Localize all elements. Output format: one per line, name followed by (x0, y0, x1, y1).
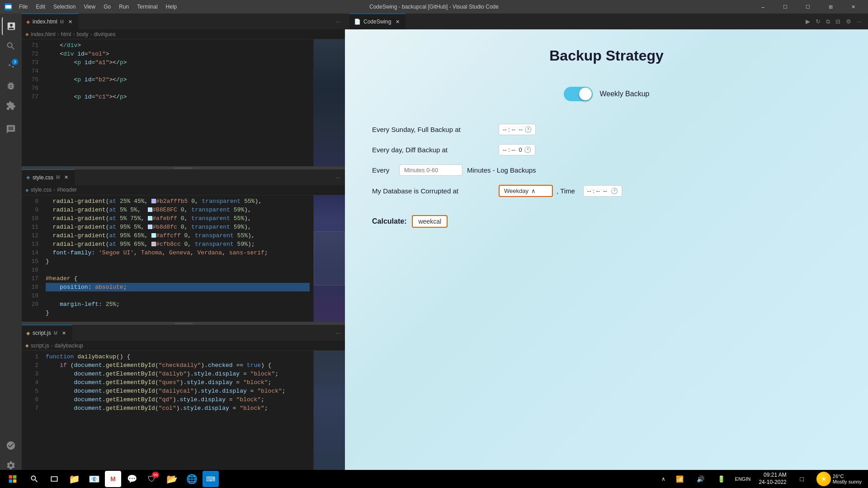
cs-time-daily-val: -- : -- 0 (503, 146, 522, 153)
breadcrumb-style: ◈ style.css › #header (22, 185, 345, 195)
cs-settings-btn[interactable]: ⚙ (844, 17, 853, 26)
taskbar-search[interactable] (25, 470, 43, 488)
lang-indicator[interactable]: ENG IN (733, 470, 753, 488)
taskbar-right: ∧ 📶 🔊 🔋 ENG IN 09:21 AM 24-10-2022 □ ☀ 2… (659, 470, 864, 488)
grid-button[interactable]: ⊞ (820, 0, 841, 14)
tab-more-index[interactable]: ··· (331, 18, 345, 25)
code-content-style[interactable]: radial-gradient(at 25% 45%, #b2afffb5 0,… (42, 195, 313, 322)
tab-script-name: script.js (33, 330, 51, 336)
breadcrumb-html[interactable]: html (61, 31, 71, 38)
weather-icon: ☀ (816, 472, 831, 486)
cs-more-btn[interactable]: ··· (855, 17, 863, 26)
cs-time-sunday[interactable]: -- : -- -- 🕐 (499, 124, 536, 135)
menu-edit[interactable]: Edit (32, 3, 49, 11)
tab-more-style[interactable]: ··· (331, 174, 345, 181)
cs-clock-icon-sunday: 🕐 (524, 126, 532, 133)
taskbar-task-view[interactable] (45, 470, 63, 488)
breadcrumb-script-fn[interactable]: dailybackup (55, 343, 83, 349)
cs-split-btn[interactable]: ⧉ (824, 17, 832, 26)
menu-run[interactable]: Run (115, 3, 132, 11)
cs-console-btn[interactable]: ⊟ (834, 17, 842, 26)
tray-network[interactable]: 📶 (671, 470, 689, 488)
close-button close-icon[interactable]: ✕ (843, 0, 863, 14)
cs-chevron-up-icon: ∧ (531, 188, 536, 194)
editor-area: ◈ index.html M ✕ ··· ◈ index.html › html… (22, 14, 345, 478)
tray-volume[interactable]: 🔊 (692, 470, 710, 488)
taskbar-files[interactable]: 📁 (65, 470, 83, 488)
cs-run-btn[interactable]: ▶ (804, 17, 812, 26)
cs-minutes-input[interactable] (399, 164, 462, 176)
cs-row-minutes: Every Minutes - Log Backups (372, 164, 841, 176)
activity-account[interactable] (2, 436, 20, 455)
activity-extensions[interactable] (2, 97, 20, 115)
breadcrumb-divques[interactable]: div#ques (94, 31, 115, 38)
taskbar-mail[interactable]: 📧 (85, 470, 103, 488)
breadcrumb-index-file[interactable]: index.html (31, 31, 56, 38)
activity-notes[interactable] (2, 120, 20, 138)
minimap-viewport-style (314, 231, 345, 286)
cs-time-daily[interactable]: -- : -- 0 🕐 (499, 144, 535, 155)
tab-index-modified: M (60, 19, 64, 24)
activity-search[interactable] (2, 37, 20, 55)
activity-debug[interactable] (2, 77, 20, 95)
breadcrumb-script: ◈ script.js › dailybackup (22, 341, 345, 351)
tab-index-close[interactable]: ✕ (66, 18, 74, 25)
cs-time-corrupted[interactable]: -- : -- -- 🕐 (583, 185, 622, 197)
breadcrumb-body[interactable]: body (76, 31, 88, 38)
cs-weekday-value: Weekday (504, 188, 528, 194)
cs-refresh-btn[interactable]: ↻ (814, 17, 822, 26)
tab-index-html[interactable]: ◈ index.html M ✕ (22, 14, 79, 29)
menu-go[interactable]: Go (100, 3, 114, 11)
codeswing-header: 📄 CodeSwing ✕ ▶ ↻ ⧉ ⊟ ⚙ ··· (345, 14, 868, 29)
menu-file[interactable]: File (15, 3, 31, 11)
tray-chevron[interactable]: ∧ (659, 470, 668, 488)
tab-index-name: index.html (33, 19, 57, 25)
menu-selection[interactable]: Selection (50, 3, 79, 11)
weather-widget[interactable]: ☀ 26°C Mostly sunny (814, 470, 864, 488)
taskbar-clock[interactable]: 09:21 AM 24-10-2022 (755, 472, 790, 486)
cs-weekday-select[interactable]: Weekday ∧ (499, 185, 553, 197)
menu-help[interactable]: Help (162, 3, 181, 11)
maximize-button[interactable]: ☐ (797, 0, 818, 14)
taskbar-lang: ENG IN (733, 470, 753, 488)
breadcrumb-style-file[interactable]: style.css (31, 187, 52, 193)
restore-button[interactable]: ☐ (775, 0, 796, 14)
minimize-button[interactable]: ‒ (752, 0, 773, 14)
tab-script-js[interactable]: ◈ script.js M ✕ (22, 325, 72, 341)
codeswing-tab[interactable]: 📄 CodeSwing ✕ (349, 14, 406, 29)
tab-style-modified: M (56, 175, 60, 180)
taskbar-whatsapp[interactable]: 💬 (123, 470, 141, 488)
taskbar-gmail[interactable]: M (105, 471, 121, 487)
menu-terminal[interactable]: Terminal (133, 3, 161, 11)
tab-more-script[interactable]: ··· (331, 329, 345, 336)
code-content-index[interactable]: </div> <div id="sol"> <p id="a1"></p> <p… (42, 39, 313, 166)
taskbar-vscode[interactable]: ⌨ (203, 471, 219, 487)
minimap-style (313, 195, 345, 322)
codeswing-tab-close[interactable]: ✕ (394, 18, 401, 25)
taskbar-date-display: 24-10-2022 (759, 479, 786, 486)
taskbar-notification[interactable]: □ (793, 470, 811, 488)
tray-battery[interactable]: 🔋 (712, 470, 731, 488)
activity-explorer[interactable] (2, 17, 20, 35)
weekly-backup-toggle[interactable] (564, 87, 593, 101)
menu-view[interactable]: View (80, 3, 99, 11)
tab-style-close[interactable]: ✕ (62, 174, 70, 181)
svg-rect-2 (9, 479, 13, 483)
activity-scm[interactable]: 3 (2, 57, 20, 75)
codeswing-tab-name: CodeSwing (363, 19, 391, 25)
breadcrumb-style-header[interactable]: #header (57, 187, 77, 193)
breadcrumb-script-file[interactable]: script.js (31, 343, 49, 349)
taskbar-edge[interactable]: 🌐 (183, 470, 201, 488)
weather-desc: Mostly sunny (833, 479, 862, 484)
taskbar-explorer[interactable]: 📂 (163, 470, 181, 488)
taskbar-counter[interactable]: 🛡 99 (143, 470, 161, 488)
code-content-script[interactable]: function dailybackup() { if (document.ge… (42, 351, 313, 478)
start-button[interactable] (4, 470, 22, 488)
system-tray: ∧ 📶 🔊 🔋 (659, 470, 731, 488)
tab-script-close[interactable]: ✕ (60, 329, 67, 337)
cs-row-corrupted: My Database is Corrupted at Weekday ∧ , … (372, 185, 841, 197)
taskbar-icons: 📁 📧 M 💬 🛡 99 📂 🌐 ⌨ (25, 470, 219, 488)
tab-script-modified: M (54, 331, 57, 336)
tab-style-css[interactable]: ◈ style.css M ✕ (22, 169, 75, 185)
breadcrumb-index: ◈ index.html › html › body › div#ques (22, 29, 345, 39)
